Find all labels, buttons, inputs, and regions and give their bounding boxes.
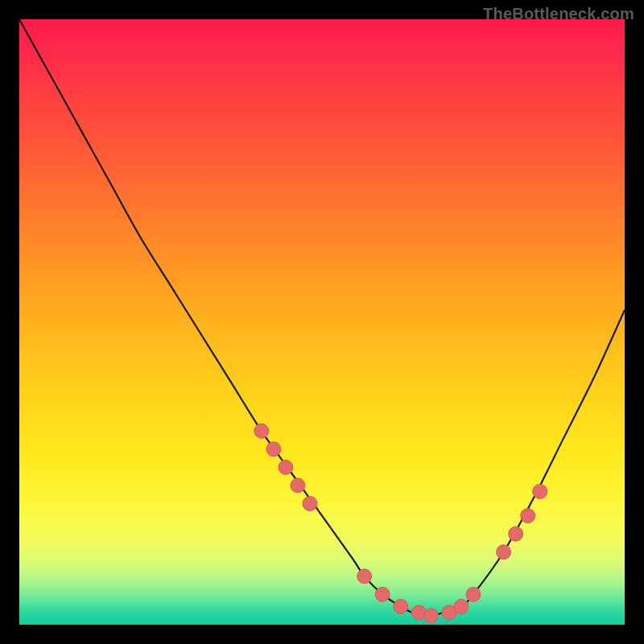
plot-area	[19, 19, 625, 625]
marker-point	[533, 485, 547, 499]
bottleneck-curve	[19, 19, 625, 616]
marker-point	[394, 599, 408, 613]
marker-point	[454, 599, 469, 613]
marker-point	[303, 497, 317, 511]
highlight-markers	[254, 423, 547, 622]
marker-point	[497, 545, 511, 559]
chart-svg	[19, 19, 625, 625]
marker-point	[254, 423, 269, 438]
marker-point	[521, 509, 535, 523]
marker-point	[375, 587, 390, 601]
marker-point	[279, 460, 293, 474]
marker-point	[357, 569, 372, 584]
chart-frame: TheBottleneck.com	[0, 0, 644, 644]
marker-point	[509, 526, 523, 541]
marker-point	[423, 609, 438, 623]
marker-point	[266, 442, 281, 456]
marker-point	[466, 587, 481, 601]
marker-point	[291, 478, 305, 493]
